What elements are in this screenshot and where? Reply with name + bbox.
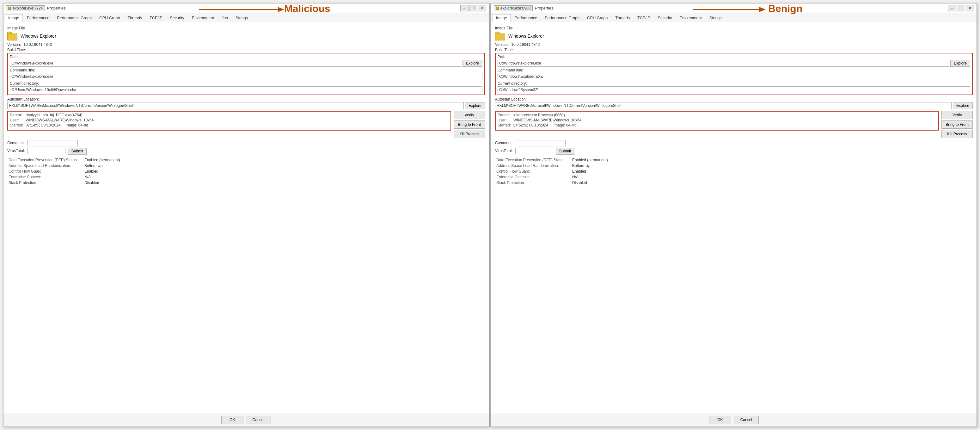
comment-row-malicious: Comment:: [7, 140, 485, 147]
path-row-benign: Explore: [498, 60, 970, 67]
prop-value-4-benign: Disabled: [571, 180, 973, 186]
submit-btn-benign[interactable]: Submit: [556, 148, 574, 154]
image-file-header-benign: Windows Explorer: [495, 32, 973, 40]
tab-performance-benign[interactable]: Performance: [511, 14, 541, 22]
tab-performance-malicious[interactable]: Performance: [23, 14, 53, 22]
app-name-benign: Windows Explorer: [508, 33, 544, 38]
tab-performance-graph-benign[interactable]: Performance Graph: [541, 14, 583, 22]
close-btn-benign[interactable]: ✕: [966, 5, 974, 11]
content-benign: Image File Windows Explorer Version: 10.…: [491, 22, 977, 413]
table-row: Data Execution Prevention (DEP) Status: …: [495, 157, 973, 163]
version-value-benign: 10.0.19041.4842: [511, 42, 539, 47]
version-row-malicious: Version: 10.0.19041.4842: [7, 42, 485, 47]
parent-label-benign: Parent:: [498, 113, 511, 117]
user-label-malicious: User:: [10, 118, 23, 123]
prop-label-4-malicious: Stack Protection:: [7, 180, 83, 186]
version-label-malicious: Version:: [7, 42, 21, 47]
title-bar-benign: explorer.exe:6900 Properties – ☐ ✕: [491, 3, 977, 13]
build-time-label-benign: Build Time:: [495, 48, 973, 52]
props-table-malicious: Data Execution Prevention (DEP) Status: …: [7, 157, 485, 186]
tab-threads-malicious[interactable]: Threads: [124, 14, 145, 22]
tab-job-malicious[interactable]: Job: [218, 14, 231, 22]
process-box-malicious: Parent: daniyyell_pro_inj_POC.exe(4764) …: [7, 111, 451, 131]
comment-row-benign: Comment:: [495, 140, 973, 147]
tab-image-benign[interactable]: Image: [493, 14, 511, 22]
prop-value-0-benign: Enabled (permanent): [571, 157, 973, 163]
prop-value-2-benign: Enabled: [571, 169, 973, 174]
table-row: Data Execution Prevention (DEP) Status: …: [7, 157, 485, 163]
cancel-btn-benign[interactable]: Cancel: [734, 416, 759, 424]
autostart-explore-btn-benign[interactable]: Explore: [953, 102, 973, 109]
tab-performance-graph-malicious[interactable]: Performance Graph: [53, 14, 95, 22]
bring-front-btn-benign[interactable]: Bring to Front: [942, 121, 973, 129]
table-row: Stack Protection: Disabled: [7, 180, 485, 186]
tab-environment-benign[interactable]: Environment: [676, 14, 705, 22]
comment-input-benign[interactable]: [515, 140, 566, 147]
path-explore-btn-benign[interactable]: Explore: [950, 60, 970, 67]
parent-value-malicious: daniyyell_pro_inj_POC.exe(4764): [25, 113, 449, 117]
process-box-benign: Parent: <Non-existent Process>(6860) Use…: [495, 111, 939, 131]
tab-security-benign[interactable]: Security: [654, 14, 676, 22]
close-btn-malicious[interactable]: ✕: [478, 5, 486, 11]
vt-input-malicious[interactable]: [27, 148, 65, 154]
props-table-benign: Data Execution Prevention (DEP) Status: …: [495, 157, 973, 186]
prop-label-3-malicious: Enterprise Context:: [7, 174, 83, 180]
path-label-malicious: Path:: [10, 55, 482, 59]
autostart-input-malicious[interactable]: [7, 102, 464, 109]
dir-label-benign: Current directory:: [498, 81, 970, 86]
ok-btn-benign[interactable]: OK: [709, 416, 731, 424]
maximize-btn-benign[interactable]: ☐: [957, 5, 965, 11]
comment-input-malicious[interactable]: [27, 140, 78, 147]
image-file-label-malicious: Image File: [7, 26, 485, 30]
window-title-malicious: Properties: [47, 6, 458, 10]
window-title-benign: Properties: [535, 6, 946, 10]
autostart-explore-btn-malicious[interactable]: Explore: [465, 102, 485, 109]
tab-strings-malicious[interactable]: Strings: [232, 14, 251, 22]
autostart-input-benign[interactable]: [495, 102, 951, 109]
submit-btn-malicious[interactable]: Submit: [68, 148, 87, 154]
kill-process-btn-malicious[interactable]: Kill Process: [453, 130, 485, 138]
process-dot-benign: [496, 6, 499, 10]
table-row: Control Flow Guard: Enabled: [7, 169, 485, 174]
folder-icon-malicious: [7, 32, 18, 40]
tab-tcpip-benign[interactable]: TCP/IP: [634, 14, 654, 22]
started-label-malicious: Started:: [10, 123, 23, 127]
vt-input-benign[interactable]: [515, 148, 553, 154]
verify-btn-malicious[interactable]: Verify: [453, 111, 485, 119]
autostart-label-malicious: Autostart Location:: [7, 97, 485, 102]
cmd-input-benign[interactable]: [498, 73, 970, 80]
tab-gpu-graph-benign[interactable]: GPU Graph: [584, 14, 611, 22]
process-title-benign: explorer.exe:6900: [494, 5, 533, 11]
tab-security-malicious[interactable]: Security: [167, 14, 188, 22]
process-id-malicious: explorer.exe:7724: [13, 6, 43, 10]
tab-tcpip-malicious[interactable]: TCP/IP: [146, 14, 165, 22]
verify-btn-benign[interactable]: Verify: [942, 111, 973, 119]
tab-environment-malicious[interactable]: Environment: [188, 14, 218, 22]
prop-value-4-malicious: Disabled: [83, 180, 485, 186]
tab-strings-benign[interactable]: Strings: [706, 14, 725, 22]
path-input-malicious[interactable]: [10, 60, 461, 67]
tab-gpu-graph-malicious[interactable]: GPU Graph: [96, 14, 123, 22]
process-grid-benign: Parent: <Non-existent Process>(6860) Use…: [498, 113, 936, 127]
table-row: Enterprise Context: N/A: [495, 174, 973, 180]
minimize-btn-benign[interactable]: –: [948, 5, 956, 11]
version-label-benign: Version:: [495, 42, 509, 47]
maximize-btn-malicious[interactable]: ☐: [469, 5, 477, 11]
path-input-benign[interactable]: [498, 60, 949, 67]
table-row: Enterprise Context: N/A: [7, 174, 485, 180]
path-explore-btn-malicious[interactable]: Explore: [463, 60, 482, 67]
tab-image-malicious[interactable]: Image: [5, 14, 23, 22]
minimize-btn-malicious[interactable]: –: [460, 5, 468, 11]
tab-threads-benign[interactable]: Threads: [612, 14, 633, 22]
bring-front-btn-malicious[interactable]: Bring to Front: [453, 121, 485, 129]
ok-btn-malicious[interactable]: OK: [221, 416, 243, 424]
kill-process-btn-benign[interactable]: Kill Process: [942, 130, 973, 138]
cancel-btn-malicious[interactable]: Cancel: [246, 416, 271, 424]
dir-input-benign[interactable]: [498, 86, 970, 93]
started-label-benign: Started:: [498, 123, 511, 127]
process-grid-malicious: Parent: daniyyell_pro_inj_POC.exe(4764) …: [10, 113, 449, 127]
table-row: Stack Protection: Disabled: [495, 180, 973, 186]
cmd-input-malicious[interactable]: [10, 73, 482, 80]
path-label-benign: Path:: [498, 55, 970, 59]
dir-input-malicious[interactable]: [10, 86, 482, 93]
